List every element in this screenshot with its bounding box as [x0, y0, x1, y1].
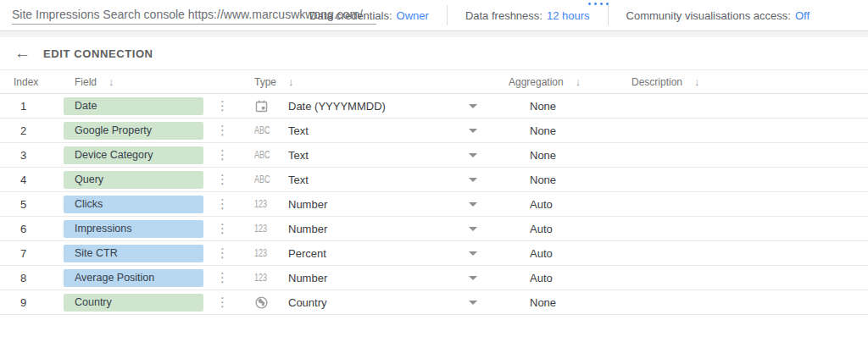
dropdown-arrow-icon: [469, 202, 477, 207]
type-label: Text: [288, 174, 309, 186]
type-dropdown-arrow[interactable]: [445, 227, 500, 231]
type-dropdown-arrow[interactable]: [445, 301, 500, 305]
aggregation-dropdown[interactable]: Auto: [500, 272, 627, 284]
row-menu-cell: ⋮: [208, 148, 254, 162]
type-dropdown-arrow[interactable]: [445, 276, 500, 280]
row-index: 6: [0, 223, 64, 235]
field-name-chip[interactable]: Device Category: [64, 146, 203, 164]
edit-connection-bar: ← EDIT CONNECTION: [0, 37, 868, 70]
type-dropdown[interactable]: 123 Number: [254, 272, 445, 284]
row-overflow-menu-icon[interactable]: ⋮: [213, 121, 232, 139]
number-type-icon: 123: [254, 199, 275, 209]
aggregation-dropdown[interactable]: None: [500, 149, 627, 162]
community-vis-access-item: Community visualisations access: Off: [608, 5, 827, 25]
field-chip-cell: Clicks: [64, 196, 208, 213]
header-index: Index: [0, 76, 64, 88]
field-chip-cell: Average Position: [64, 269, 208, 287]
table-row: 8 Average Position ⋮ 123 Number Auto: [0, 266, 868, 290]
aggregation-dropdown[interactable]: None: [500, 296, 627, 309]
table-row: 2 Google Property ⋮ ABC Text None: [0, 119, 868, 143]
row-menu-cell: ⋮: [208, 99, 254, 113]
type-dropdown-arrow[interactable]: [445, 153, 500, 157]
field-name-chip[interactable]: Query: [64, 171, 203, 189]
field-name-chip[interactable]: Date: [64, 97, 203, 115]
datasource-topbar: Site Impressions Search console https://…: [0, 0, 868, 31]
row-index: 2: [0, 124, 64, 137]
description-cell[interactable]: [627, 266, 868, 290]
dropdown-arrow-icon: [469, 276, 477, 280]
back-arrow-icon[interactable]: ←: [14, 45, 31, 61]
field-name-chip[interactable]: Clicks: [64, 196, 203, 213]
description-cell[interactable]: [627, 241, 868, 265]
field-name-chip[interactable]: Site CTR: [64, 245, 203, 262]
field-name-chip[interactable]: Average Position: [64, 269, 203, 287]
type-dropdown[interactable]: 123 Number: [254, 198, 445, 211]
aggregation-dropdown[interactable]: Auto: [500, 247, 627, 260]
dropdown-arrow-icon: [469, 178, 477, 182]
field-name-chip[interactable]: Country: [64, 294, 203, 312]
sort-description-icon[interactable]: ↓: [694, 75, 700, 88]
type-label: Number: [288, 223, 327, 235]
field-chip-cell: Google Property: [64, 122, 208, 140]
community-vis-access-value[interactable]: Off: [795, 9, 810, 22]
row-menu-cell: ⋮: [208, 222, 254, 235]
description-cell[interactable]: [627, 119, 868, 142]
data-credentials-item: Data credentials: Owner: [292, 5, 447, 25]
row-overflow-menu-icon[interactable]: ⋮: [213, 293, 232, 311]
type-dropdown[interactable]: 123 Number: [254, 223, 445, 235]
type-dropdown[interactable]: ABC Text: [254, 149, 445, 162]
description-cell[interactable]: [627, 217, 868, 240]
type-dropdown[interactable]: ABC Text: [254, 174, 445, 186]
aggregation-dropdown[interactable]: None: [500, 174, 627, 186]
aggregation-dropdown[interactable]: None: [500, 124, 627, 137]
description-cell[interactable]: [627, 290, 868, 314]
row-index: 9: [0, 296, 64, 309]
row-index: 3: [0, 149, 64, 162]
description-cell[interactable]: [627, 168, 868, 191]
row-overflow-menu-icon[interactable]: ⋮: [213, 170, 232, 188]
row-overflow-menu-icon[interactable]: ⋮: [213, 244, 232, 262]
row-index: 1: [0, 100, 64, 113]
type-dropdown-arrow[interactable]: [445, 104, 500, 108]
row-index: 7: [0, 247, 64, 260]
type-dropdown-arrow[interactable]: [445, 251, 500, 256]
field-name-chip[interactable]: Google Property: [64, 122, 203, 140]
row-menu-cell: ⋮: [208, 197, 254, 211]
type-label: Number: [288, 198, 327, 211]
field-name-chip[interactable]: Impressions: [64, 220, 203, 238]
type-dropdown-arrow[interactable]: [445, 129, 500, 133]
data-freshness-value[interactable]: 12 hours: [547, 9, 590, 22]
type-dropdown[interactable]: Date (YYYYMMDD): [254, 99, 445, 113]
type-dropdown[interactable]: ABC Text: [254, 124, 445, 137]
description-cell[interactable]: [627, 192, 868, 216]
description-cell[interactable]: [627, 143, 868, 167]
community-vis-access-label: Community visualisations access:: [626, 9, 791, 22]
aggregation-dropdown[interactable]: None: [500, 100, 627, 113]
field-chip-cell: Site CTR: [64, 245, 208, 262]
field-table-rows: 1 Date ⋮ Date (YYYYMMDD) None: [0, 94, 868, 315]
data-freshness-label: Data freshness:: [465, 9, 542, 22]
row-overflow-menu-icon[interactable]: ⋮: [213, 268, 232, 286]
row-index: 8: [0, 272, 64, 284]
type-dropdown-arrow[interactable]: [445, 178, 500, 182]
row-overflow-menu-icon[interactable]: ⋮: [213, 219, 232, 237]
type-dropdown-arrow[interactable]: [445, 202, 500, 207]
type-dropdown[interactable]: 123 Percent: [254, 247, 445, 260]
row-overflow-menu-icon[interactable]: ⋮: [213, 97, 232, 114]
aggregation-dropdown[interactable]: Auto: [500, 198, 627, 211]
text-type-icon: ABC: [254, 150, 275, 160]
row-overflow-menu-icon[interactable]: ⋮: [213, 146, 232, 163]
type-label: Text: [288, 149, 309, 162]
type-dropdown[interactable]: Country: [254, 295, 445, 310]
text-type-icon: ABC: [254, 125, 275, 135]
sort-aggregation-icon[interactable]: ↓: [576, 75, 581, 88]
header-description: Description ↓: [627, 75, 868, 88]
sort-type-icon[interactable]: ↓: [288, 75, 294, 88]
number-type-icon: 123: [254, 223, 275, 234]
sort-field-icon[interactable]: ↓: [108, 75, 114, 88]
description-cell[interactable]: [627, 94, 868, 118]
data-credentials-value[interactable]: Owner: [397, 9, 429, 22]
data-credentials-label: Data credentials:: [309, 9, 392, 22]
row-overflow-menu-icon[interactable]: ⋮: [213, 195, 232, 212]
aggregation-dropdown[interactable]: Auto: [500, 223, 627, 235]
